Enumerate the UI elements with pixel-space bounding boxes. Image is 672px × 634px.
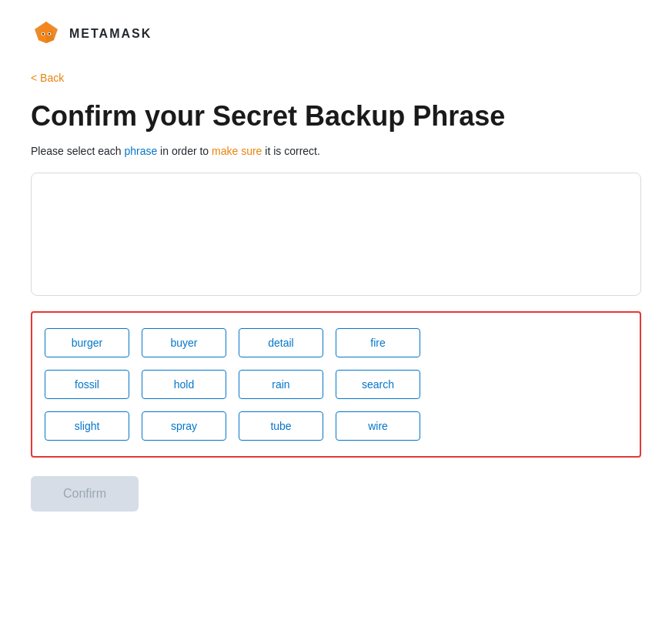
word-chip-fossil[interactable]: fossil	[45, 370, 129, 399]
header: METAMASK	[31, 18, 641, 49]
phrase-selection-area	[31, 173, 641, 296]
word-chip-spray[interactable]: spray	[142, 411, 226, 441]
page-subtitle: Please select each phrase in order to ma…	[31, 145, 641, 157]
word-chip-hold[interactable]: hold	[142, 370, 226, 399]
word-chips-row-1: burger buyer detail fire	[45, 328, 627, 357]
word-chip-detail[interactable]: detail	[239, 328, 323, 357]
confirm-button[interactable]: Confirm	[31, 476, 139, 512]
svg-point-6	[42, 33, 44, 35]
page-container: METAMASK < Back Confirm your Secret Back…	[0, 0, 672, 542]
page-title: Confirm your Secret Backup Phrase	[31, 99, 641, 133]
subtitle-prefix: Please select each	[31, 145, 124, 157]
subtitle-suffix: it is correct.	[262, 145, 319, 157]
word-chip-fire[interactable]: fire	[336, 328, 420, 357]
subtitle-phrase: phrase	[124, 145, 157, 157]
word-chips-container: burger buyer detail fire fossil hold rai…	[31, 311, 641, 458]
subtitle-make: make sure	[212, 145, 262, 157]
word-chip-rain[interactable]: rain	[239, 370, 323, 399]
word-chip-buyer[interactable]: buyer	[142, 328, 226, 357]
subtitle-middle: in order to	[157, 145, 212, 157]
word-chip-search[interactable]: search	[336, 370, 420, 399]
word-chips-row-3: slight spray tube wire	[45, 411, 627, 441]
word-chip-wire[interactable]: wire	[336, 411, 420, 441]
word-chip-slight[interactable]: slight	[45, 411, 129, 441]
word-chip-burger[interactable]: burger	[45, 328, 129, 357]
logo-text: METAMASK	[69, 27, 152, 41]
word-chip-tube[interactable]: tube	[239, 411, 323, 441]
word-chips-row-2: fossil hold rain search	[45, 370, 627, 399]
metamask-logo-icon	[31, 18, 62, 49]
back-link[interactable]: < Back	[31, 72, 64, 84]
svg-point-7	[48, 33, 50, 35]
